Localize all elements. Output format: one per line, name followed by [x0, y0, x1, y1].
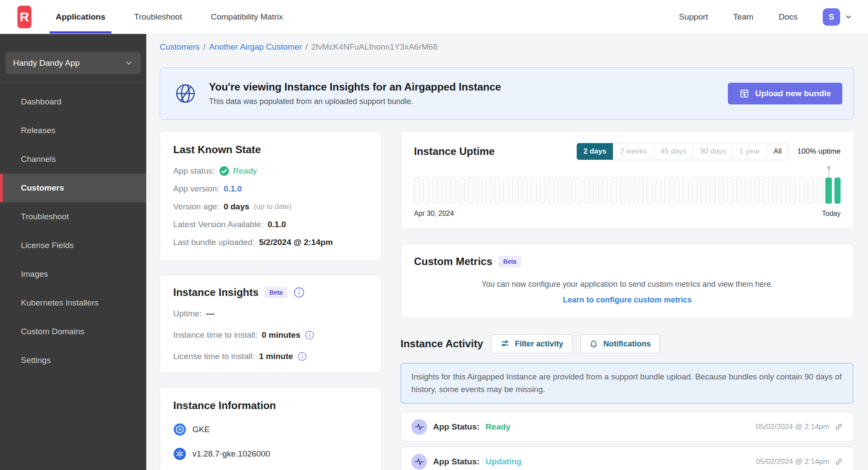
uptime-bar-empty[interactable] — [593, 178, 599, 204]
kubernetes-icon — [173, 447, 186, 460]
uptime-bar-empty[interactable] — [477, 178, 483, 204]
uptime-bar-empty[interactable] — [450, 178, 456, 204]
uptime-bar-empty[interactable] — [557, 178, 564, 204]
activity-event-row[interactable]: App Status: Ready 05/02/2024 @ 2:14pm — [400, 412, 854, 442]
uptime-bar-empty[interactable] — [441, 178, 447, 204]
range-button-45-days[interactable]: 45 days — [654, 143, 693, 160]
sidebar-item-images[interactable]: Images — [0, 260, 146, 289]
replicated-logo[interactable]: R — [17, 6, 31, 28]
sidebar-item-troubleshoot[interactable]: Troubleshoot — [0, 202, 146, 231]
uptime-bar-empty[interactable] — [530, 178, 537, 204]
filter-activity-label: Filter activity — [515, 339, 563, 349]
sidebar-item-releases[interactable]: Releases — [0, 116, 146, 145]
uptime-bar-empty[interactable] — [781, 178, 787, 204]
range-button-2-days[interactable]: 2 days — [577, 143, 613, 160]
uptime-bar-empty[interactable] — [414, 178, 421, 204]
uptime-bar-empty[interactable] — [566, 178, 572, 204]
nav-item-support[interactable]: Support — [679, 12, 708, 22]
activity-event-row[interactable]: App Status: Updating 05/02/2024 @ 2:14pm — [400, 447, 854, 470]
uptime-bar-empty[interactable] — [512, 178, 519, 204]
uptime-bar-empty[interactable] — [611, 178, 617, 204]
uptime-bar-empty[interactable] — [575, 178, 582, 204]
app-status-label: App status: — [173, 166, 215, 176]
beta-badge: Beta — [498, 256, 521, 267]
nav-item-troubleshoot[interactable]: Troubleshoot — [134, 0, 182, 34]
uptime-bar-empty[interactable] — [745, 178, 751, 204]
breadcrumb-customers-link[interactable]: Customers — [160, 42, 200, 51]
uptime-bar-empty[interactable] — [539, 178, 546, 204]
uptime-bar-empty[interactable] — [763, 178, 769, 204]
uptime-bar-empty[interactable] — [682, 178, 689, 204]
notifications-button[interactable]: Notifications — [580, 334, 660, 353]
uptime-bar-empty[interactable] — [521, 178, 528, 204]
uptime-bar-empty[interactable] — [485, 178, 492, 204]
uptime-bar-empty[interactable] — [459, 178, 465, 204]
uptime-bar-empty[interactable] — [799, 178, 805, 204]
uptime-bar-empty[interactable] — [754, 178, 760, 204]
uptime-bar-empty[interactable] — [423, 178, 430, 204]
range-button-1-year[interactable]: 1 year — [733, 143, 767, 160]
uptime-bar-empty[interactable] — [709, 178, 716, 204]
uptime-bar-empty[interactable] — [691, 178, 698, 204]
uptime-bar-empty[interactable] — [629, 178, 635, 204]
sidebar-item-dashboard[interactable]: Dashboard — [0, 87, 146, 116]
uptime-bar-empty[interactable] — [584, 178, 590, 204]
nav-item-team[interactable]: Team — [733, 12, 753, 22]
upload-new-bundle-button[interactable]: Upload new bundle — [728, 83, 842, 104]
uptime-bar-empty[interactable] — [727, 178, 733, 204]
event-label: App Status: — [433, 422, 480, 432]
custom-metrics-card: Custom Metrics Beta You can now configur… — [400, 244, 854, 318]
uptime-bar-empty[interactable] — [700, 178, 707, 204]
uptime-bar-empty[interactable] — [503, 178, 510, 204]
info-icon[interactable] — [297, 352, 307, 361]
uptime-bar-empty[interactable] — [664, 178, 671, 204]
configure-custom-metrics-link[interactable]: Learn to configure custom metrics — [414, 295, 841, 305]
bell-icon — [589, 339, 598, 348]
uptime-bar-empty[interactable] — [468, 178, 474, 204]
filter-activity-button[interactable]: Filter activity — [491, 334, 572, 353]
app-version-link[interactable]: 0.1.0 — [224, 184, 242, 194]
uptime-bar-empty[interactable] — [432, 178, 438, 204]
uptime-bar-empty[interactable] — [495, 178, 501, 204]
notifications-label: Notifications — [603, 339, 651, 349]
uptime-bar-empty[interactable] — [638, 178, 644, 204]
sidebar-item-channels[interactable]: Channels — [0, 145, 146, 174]
uptime-bar-empty[interactable] — [807, 178, 814, 204]
uptime-bar-empty[interactable] — [772, 178, 778, 204]
info-icon[interactable] — [305, 330, 314, 340]
uptime-bar-empty[interactable] — [817, 178, 823, 204]
sidebar-item-custom-domains[interactable]: Custom Domains — [0, 317, 146, 346]
avatar[interactable]: S — [823, 8, 840, 26]
license-time-label: License time to install: — [173, 352, 255, 361]
range-button-all[interactable]: All — [767, 143, 788, 160]
nav-item-compatibility-matrix[interactable]: Compatibility Matrix — [211, 0, 283, 34]
custom-metrics-description: You can now configure your application t… — [414, 280, 841, 289]
uptime-bar-empty[interactable] — [646, 178, 653, 204]
uptime-bar-empty[interactable] — [656, 178, 662, 204]
uptime-bar-empty[interactable] — [548, 178, 555, 204]
uptime-bar-up[interactable] — [825, 178, 832, 204]
uptime-start-label: Apr 30, 2024 — [414, 210, 454, 218]
sidebar-item-customers[interactable]: Customers — [0, 174, 146, 202]
link-icon[interactable] — [834, 457, 843, 466]
range-button-90-days[interactable]: 90 days — [693, 143, 733, 160]
nav-item-docs[interactable]: Docs — [779, 12, 797, 22]
nav-item-applications[interactable]: Applications — [56, 0, 105, 34]
link-icon[interactable] — [834, 423, 843, 431]
breadcrumb-customer-link[interactable]: Another Airgap Customer — [209, 42, 302, 51]
app-selector-dropdown[interactable]: Handy Dandy App — [5, 52, 141, 74]
uptime-bar-empty[interactable] — [790, 178, 796, 204]
uptime-bar-empty[interactable] — [718, 178, 725, 204]
account-menu[interactable]: S — [823, 8, 852, 26]
info-icon[interactable] — [293, 287, 305, 298]
uptime-bar-empty[interactable] — [673, 178, 680, 204]
range-button-2-weeks[interactable]: 2 weeks — [613, 143, 653, 160]
uptime-bar-up[interactable] — [834, 178, 841, 204]
beta-badge: Beta — [265, 287, 287, 298]
sidebar-item-kubernetes-installers[interactable]: Kubernetes Installers — [0, 289, 146, 317]
sidebar-item-license-fields[interactable]: License Fields — [0, 231, 146, 260]
sidebar-item-settings[interactable]: Settings — [0, 346, 146, 375]
uptime-bar-empty[interactable] — [736, 178, 743, 204]
uptime-bar-empty[interactable] — [602, 178, 608, 204]
uptime-bar-empty[interactable] — [620, 178, 626, 204]
